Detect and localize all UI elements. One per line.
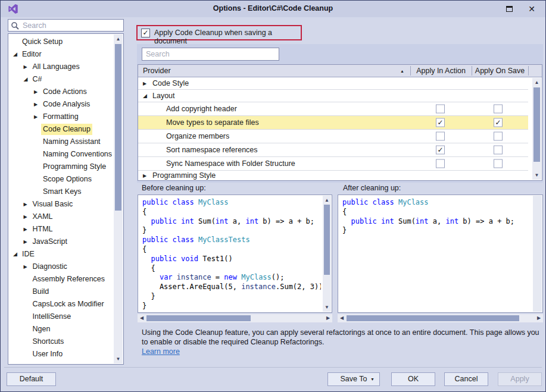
scroll-up-icon[interactable]: ▲: [114, 35, 123, 43]
provider-group-layout[interactable]: ◢Layout: [138, 90, 528, 102]
default-button[interactable]: Default: [7, 372, 56, 386]
ok-button[interactable]: OK: [391, 372, 435, 386]
scrollbar-thumb[interactable]: [533, 87, 540, 162]
apply-in-action-checkbox[interactable]: [436, 105, 445, 114]
scroll-right-icon[interactable]: ▶: [324, 314, 332, 322]
sidebar-item-xaml[interactable]: ▶XAML: [8, 211, 114, 223]
sidebar-item-capslock-as-modifier[interactable]: CapsLock as Modifier: [8, 298, 114, 311]
scrollbar-thumb[interactable]: [324, 205, 330, 275]
sidebar-item-html[interactable]: ▶HTML: [8, 223, 114, 236]
sidebar-item-programming-style[interactable]: Programming Style: [8, 161, 114, 173]
code-line: public int Sum(int a, int b) => a + b;: [142, 217, 321, 227]
scroll-up-icon[interactable]: ▲: [323, 196, 331, 205]
tree-scrollbar[interactable]: ▲ ▼: [114, 35, 123, 363]
sidebar-item-code-cleanup[interactable]: Code Cleanup: [8, 123, 114, 136]
apply-code-cleanup-checkbox[interactable]: ✓: [141, 29, 150, 37]
sidebar-item-build[interactable]: Build: [8, 286, 114, 298]
scroll-right-icon[interactable]: ▶: [535, 314, 543, 322]
scroll-down-icon[interactable]: ▼: [532, 171, 541, 180]
scrollbar-thumb[interactable]: [115, 44, 121, 211]
expand-icon[interactable]: ▶: [24, 61, 27, 73]
apply-in-action-checkbox[interactable]: [436, 132, 445, 141]
sidebar-item-visual-basic[interactable]: ▶Visual Basic: [8, 198, 114, 211]
expand-icon[interactable]: ▶: [24, 223, 27, 236]
collapse-icon[interactable]: ◢: [143, 93, 147, 99]
expand-icon[interactable]: ▶: [34, 111, 38, 123]
grid-scrollbar[interactable]: ▲ ▼: [532, 78, 541, 180]
provider-group-code-style[interactable]: ▶Code Style: [138, 77, 528, 90]
expand-icon[interactable]: ▶: [34, 86, 38, 98]
learn-more-link[interactable]: Learn more: [142, 347, 180, 356]
scroll-left-icon[interactable]: ◀: [338, 314, 346, 322]
chevron-down-icon: ▼: [370, 373, 375, 385]
collapse-icon[interactable]: ◢: [13, 48, 17, 61]
sidebar-item-scope-options[interactable]: Scope Options: [8, 173, 114, 186]
sidebar-item-shortcuts[interactable]: Shortcuts: [8, 335, 114, 348]
apply-on-save-checkbox[interactable]: [494, 146, 503, 155]
sidebar-item-formatting[interactable]: ▶Formatting: [8, 111, 114, 123]
apply-on-save-checkbox[interactable]: [494, 132, 503, 141]
column-apply-on-save[interactable]: Apply On Save: [472, 67, 528, 75]
sidebar-item-code-actions[interactable]: ▶Code Actions: [8, 86, 114, 98]
column-provider[interactable]: Provider: [143, 67, 171, 75]
provider-item-organize-members[interactable]: Organize members: [138, 130, 528, 143]
sidebar-item-all-languages[interactable]: ▶All Languages: [8, 61, 114, 73]
expand-icon[interactable]: ▶: [24, 261, 27, 273]
scroll-down-icon[interactable]: ▼: [323, 303, 331, 312]
apply-button[interactable]: Apply: [498, 372, 542, 386]
expand-icon[interactable]: ▶: [143, 173, 146, 178]
scroll-left-icon[interactable]: ◀: [138, 314, 146, 322]
sidebar-item-smart-keys[interactable]: Smart Keys: [8, 186, 114, 198]
sidebar-item-code-analysis[interactable]: ▶Code Analysis: [8, 98, 114, 111]
apply-in-action-checkbox[interactable]: [436, 159, 445, 168]
collapse-icon[interactable]: ◢: [24, 73, 28, 86]
sidebar-item-quick-setup[interactable]: Quick Setup: [8, 36, 114, 48]
sidebar-item-diagnostic[interactable]: ▶Diagnostic: [8, 261, 114, 273]
apply-in-action-checkbox[interactable]: ✓: [436, 146, 445, 155]
scroll-up-icon[interactable]: ▲: [532, 78, 541, 87]
provider-group-programming-style[interactable]: ▶Programming Style: [138, 171, 528, 180]
apply-on-save-checkbox[interactable]: ✓: [494, 118, 503, 127]
sidebar-item-editor[interactable]: ◢Editor: [8, 48, 114, 61]
maximize-button[interactable]: [500, 1, 518, 17]
sidebar-item-javascript[interactable]: ▶JavaScript: [8, 236, 114, 248]
sidebar-item-intellisense[interactable]: IntelliSense: [8, 311, 114, 323]
before-vertical-scrollbar[interactable]: ▲ ▼: [323, 196, 331, 312]
collapse-icon[interactable]: ◢: [13, 248, 17, 261]
sidebar-search-input[interactable]: [23, 20, 122, 30]
provider-item-sync-namespace-with-folder-structure[interactable]: Sync Namespace with Folder Structure: [138, 157, 528, 171]
provider-search-input[interactable]: [146, 49, 277, 59]
options-tree: Quick Setup◢Editor▶All Languages◢C#▶Code…: [8, 33, 124, 365]
apply-in-action-checkbox[interactable]: ✓: [436, 118, 445, 127]
apply-on-save-checkbox[interactable]: [494, 105, 503, 114]
provider-group-label: Code Style: [152, 79, 189, 87]
scrollbar-thumb[interactable]: [347, 315, 519, 321]
sidebar-item-user-info[interactable]: User Info: [8, 348, 114, 360]
scrollbar-thumb[interactable]: [146, 315, 251, 321]
after-horizontal-scrollbar[interactable]: ◀ ▶: [338, 314, 543, 322]
column-apply-in-action[interactable]: Apply In Action: [410, 67, 472, 75]
expand-icon[interactable]: ▶: [24, 211, 27, 223]
expand-icon[interactable]: ▶: [24, 198, 27, 211]
expand-icon[interactable]: ▶: [34, 98, 38, 111]
sidebar-item-c[interactable]: ◢C#: [8, 73, 114, 86]
sidebar-item-label: Editor: [20, 49, 43, 60]
expand-icon[interactable]: ▶: [143, 81, 146, 86]
apply-on-save-checkbox[interactable]: [494, 159, 503, 168]
sidebar-item-ide[interactable]: ◢IDE: [8, 248, 114, 261]
save-to-button[interactable]: Save To ▼: [327, 372, 380, 386]
provider-item-add-copyright-header[interactable]: Add copyright header: [138, 102, 528, 116]
sidebar-item-naming-conventions[interactable]: Naming Conventions: [8, 148, 114, 161]
before-horizontal-scrollbar[interactable]: ◀ ▶: [138, 314, 332, 322]
sidebar-item-assembly-references[interactable]: Assembly References: [8, 273, 114, 286]
column-divider[interactable]: [528, 66, 529, 76]
sidebar-item-naming-assistant[interactable]: Naming Assistant: [8, 136, 114, 148]
scroll-down-icon[interactable]: ▼: [114, 355, 123, 363]
provider-item-move-types-to-separate-files[interactable]: Move types to separate files✓✓: [138, 116, 528, 130]
cancel-button[interactable]: Cancel: [444, 372, 488, 386]
sidebar-item-ngen[interactable]: Ngen: [8, 323, 114, 335]
after-vertical-scrollbar[interactable]: [533, 196, 542, 312]
provider-item-sort-namespace-references[interactable]: Sort namespace references✓: [138, 143, 528, 157]
expand-icon[interactable]: ▶: [24, 236, 27, 248]
close-button[interactable]: ✕: [523, 1, 541, 17]
